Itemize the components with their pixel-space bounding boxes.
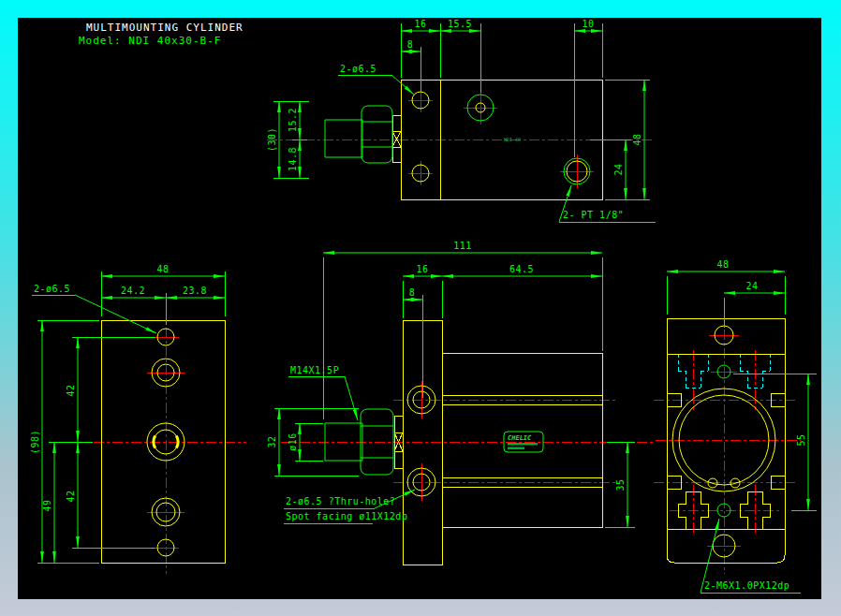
thru-hole-callout: 2-ø6.5 ?Thru-hole? [286,496,395,506]
dim-23-8: 23.8 [183,286,207,296]
dim-55: 55 [796,433,806,446]
dim-14-8: 14.8 [288,147,298,171]
dim-98: (98) [30,430,40,454]
hole-callout: 2-ø6.5 [34,284,70,294]
dim-24-2: 24.2 [121,286,145,296]
dim-30: (30) [267,127,277,152]
thread-callout: M14X1.5P [290,365,339,375]
dim-64-5: 64.5 [509,264,534,274]
dim-8: 8 [409,287,416,298]
brand-label-fineprint [508,443,538,446]
drawing-model: Model: NDI 40x30-B-F [79,35,221,47]
dim-16: 16 [414,19,426,29]
brand-label-text: CHELIC [508,434,532,442]
brand-label-fineprint [508,447,524,450]
dim-10: 10 [582,19,594,29]
dim-49: 49 [42,499,52,511]
spot-facing-callout: Spot facing ø11X12dp [286,511,407,521]
m6-thread-callout: 2-M6X1.0PX12dp [704,580,789,591]
title-block: MULTIMOUNTING CYLINDER Model: NDI 40x30-… [79,22,243,47]
dim-16: 16 [416,264,428,274]
dim-8: 8 [407,39,414,50]
dim-111: 111 [453,241,472,251]
dim-42-upper: 42 [66,384,76,396]
dim-d16: ø16 [288,433,298,451]
dim-32: 32 [267,435,277,447]
dim-24: 24 [745,281,758,291]
dim-48: 48 [156,264,169,274]
dim-15-2: 15.2 [288,108,298,132]
top-view-part-marking: NDI 40 [504,137,521,142]
dim-15-5: 15.5 [448,19,472,29]
hole-callout: 2-ø6.5 [340,64,376,74]
dim-24: 24 [613,163,624,175]
cad-drawing-viewport: MULTIMOUNTING CYLINDER Model: NDI 40x30-… [0,0,841,616]
dim-48: 48 [632,133,642,145]
dim-42-lower: 42 [66,490,76,502]
dim-35: 35 [615,478,626,491]
dim-48: 48 [716,259,729,270]
drawing-title: MULTIMOUNTING CYLINDER [86,22,243,34]
model-space-canvas [18,18,821,599]
cad-application-screen: MULTIMOUNTING CYLINDER Model: NDI 40x30-… [0,0,841,616]
port-callout: 2- PT 1/8" [563,210,624,220]
